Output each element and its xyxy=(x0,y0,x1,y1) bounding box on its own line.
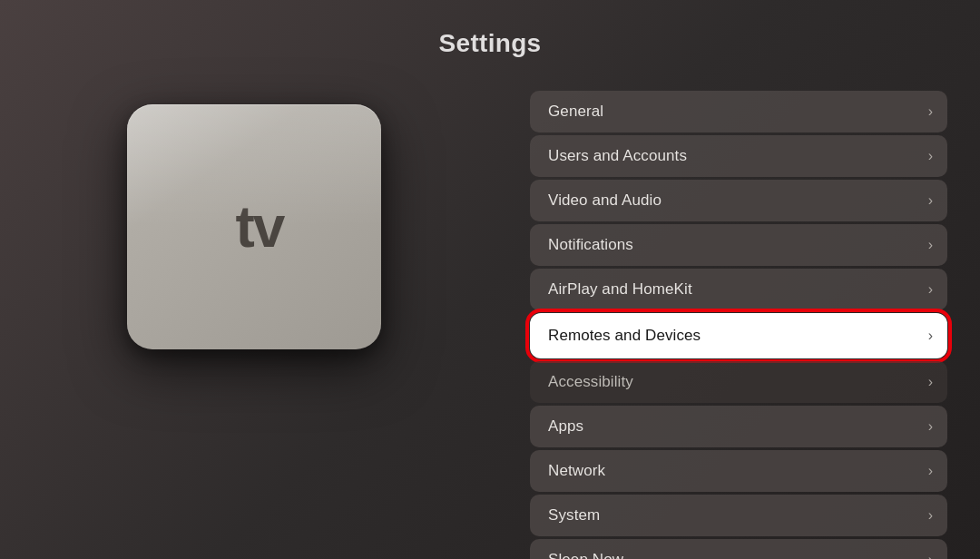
chevron-icon-airplay-and-homekit: › xyxy=(928,281,933,298)
chevron-icon-apps: › xyxy=(928,418,933,435)
settings-label-apps: Apps xyxy=(548,417,583,436)
settings-label-sleep-now: Sleep Now xyxy=(548,551,623,559)
settings-label-remotes-and-devices: Remotes and Devices xyxy=(548,327,701,345)
chevron-icon-remotes-and-devices: › xyxy=(928,328,933,344)
chevron-icon-notifications: › xyxy=(928,237,933,253)
apple-tv-logo: tv xyxy=(225,198,284,256)
settings-label-system: System xyxy=(548,506,600,525)
settings-row-sleep-now[interactable]: Sleep Now› xyxy=(530,539,947,559)
chevron-icon-users-and-accounts: › xyxy=(928,148,933,164)
settings-row-apps[interactable]: Apps› xyxy=(530,406,947,447)
settings-row-network[interactable]: Network› xyxy=(530,450,947,492)
tv-text: tv xyxy=(236,198,284,256)
settings-label-notifications: Notifications xyxy=(548,236,633,254)
device-image: tv xyxy=(127,104,408,386)
settings-label-video-and-audio: Video and Audio xyxy=(548,191,662,210)
chevron-icon-sleep-now: › xyxy=(928,552,933,559)
chevron-icon-video-and-audio: › xyxy=(928,192,933,209)
settings-row-video-and-audio[interactable]: Video and Audio› xyxy=(530,180,947,221)
chevron-icon-network: › xyxy=(928,463,933,479)
settings-row-general[interactable]: General› xyxy=(530,91,947,132)
settings-label-airplay-and-homekit: AirPlay and HomeKit xyxy=(548,280,692,299)
settings-row-remotes-and-devices[interactable]: Remotes and Devices› xyxy=(530,313,947,358)
settings-row-airplay-and-homekit[interactable]: AirPlay and HomeKit› xyxy=(530,269,947,310)
settings-row-system[interactable]: System› xyxy=(530,495,947,536)
settings-label-network: Network xyxy=(548,462,605,480)
settings-row-notifications[interactable]: Notifications› xyxy=(530,224,947,266)
settings-label-users-and-accounts: Users and Accounts xyxy=(548,147,687,165)
settings-label-general: General xyxy=(548,103,603,121)
chevron-icon-accessibility: › xyxy=(928,374,933,390)
settings-row-accessibility[interactable]: Accessibility› xyxy=(530,361,947,403)
settings-row-users-and-accounts[interactable]: Users and Accounts› xyxy=(530,135,947,177)
settings-label-accessibility: Accessibility xyxy=(548,373,633,391)
settings-panel: General›Users and Accounts›Video and Aud… xyxy=(530,91,947,559)
page-title: Settings xyxy=(439,29,542,58)
apple-tv-box: tv xyxy=(127,104,381,349)
chevron-icon-general: › xyxy=(928,103,933,120)
chevron-icon-system: › xyxy=(928,507,933,524)
